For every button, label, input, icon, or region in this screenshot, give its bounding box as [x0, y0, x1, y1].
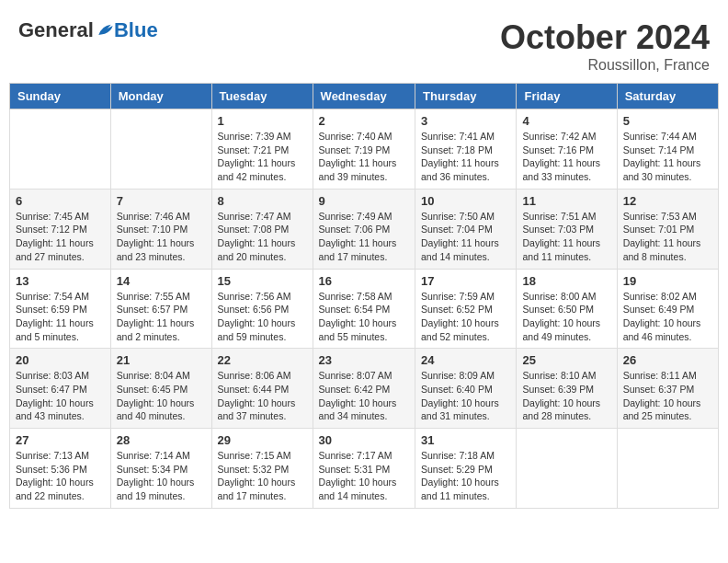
calendar-cell: 23Sunrise: 8:07 AM Sunset: 6:42 PM Dayli… — [313, 349, 415, 429]
day-number: 16 — [319, 274, 409, 288]
calendar-header-row: SundayMondayTuesdayWednesdayThursdayFrid… — [10, 84, 719, 109]
calendar-cell: 9Sunrise: 7:49 AM Sunset: 7:06 PM Daylig… — [313, 189, 415, 269]
calendar-day-header: Sunday — [10, 84, 111, 109]
day-number: 11 — [522, 194, 610, 208]
calendar-cell: 24Sunrise: 8:09 AM Sunset: 6:40 PM Dayli… — [415, 349, 517, 429]
day-number: 10 — [421, 194, 510, 208]
day-number: 2 — [319, 114, 409, 128]
logo: General Blue — [18, 18, 158, 42]
day-info: Sunrise: 7:39 AM Sunset: 7:21 PM Dayligh… — [218, 130, 307, 184]
day-number: 31 — [421, 433, 510, 447]
day-number: 1 — [218, 114, 307, 128]
day-number: 6 — [16, 194, 105, 208]
day-number: 17 — [421, 274, 510, 288]
day-info: Sunrise: 8:03 AM Sunset: 6:47 PM Dayligh… — [16, 369, 105, 423]
day-number: 9 — [319, 194, 409, 208]
day-number: 23 — [319, 353, 409, 367]
calendar-week-row: 13Sunrise: 7:54 AM Sunset: 6:59 PM Dayli… — [10, 269, 719, 349]
day-number: 5 — [623, 114, 712, 128]
calendar-cell — [617, 429, 718, 509]
calendar-cell: 8Sunrise: 7:47 AM Sunset: 7:08 PM Daylig… — [211, 189, 313, 269]
day-info: Sunrise: 7:49 AM Sunset: 7:06 PM Dayligh… — [319, 210, 409, 264]
calendar-cell — [110, 109, 211, 190]
day-number: 25 — [522, 353, 610, 367]
calendar-table: SundayMondayTuesdayWednesdayThursdayFrid… — [9, 83, 719, 509]
calendar-cell: 26Sunrise: 8:11 AM Sunset: 6:37 PM Dayli… — [617, 349, 718, 429]
day-info: Sunrise: 7:51 AM Sunset: 7:03 PM Dayligh… — [522, 210, 610, 264]
day-number: 14 — [117, 274, 206, 288]
day-number: 26 — [623, 353, 712, 367]
calendar-cell: 31Sunrise: 7:18 AM Sunset: 5:29 PM Dayli… — [415, 429, 517, 509]
day-info: Sunrise: 8:02 AM Sunset: 6:49 PM Dayligh… — [623, 290, 712, 344]
day-info: Sunrise: 8:11 AM Sunset: 6:37 PM Dayligh… — [623, 369, 712, 423]
calendar-day-header: Saturday — [617, 84, 718, 109]
calendar-cell: 14Sunrise: 7:55 AM Sunset: 6:57 PM Dayli… — [110, 269, 211, 349]
day-info: Sunrise: 7:47 AM Sunset: 7:08 PM Dayligh… — [218, 210, 307, 264]
location: Roussillon, France — [500, 57, 710, 74]
day-number: 4 — [522, 114, 610, 128]
day-info: Sunrise: 7:46 AM Sunset: 7:10 PM Dayligh… — [117, 210, 206, 264]
day-number: 12 — [623, 194, 712, 208]
calendar-cell: 12Sunrise: 7:53 AM Sunset: 7:01 PM Dayli… — [617, 189, 718, 269]
calendar-cell: 6Sunrise: 7:45 AM Sunset: 7:12 PM Daylig… — [10, 189, 111, 269]
calendar-cell: 29Sunrise: 7:15 AM Sunset: 5:32 PM Dayli… — [211, 429, 313, 509]
calendar-cell: 13Sunrise: 7:54 AM Sunset: 6:59 PM Dayli… — [10, 269, 111, 349]
day-info: Sunrise: 7:15 AM Sunset: 5:32 PM Dayligh… — [218, 449, 307, 503]
day-info: Sunrise: 7:14 AM Sunset: 5:34 PM Dayligh… — [117, 449, 206, 503]
day-info: Sunrise: 8:00 AM Sunset: 6:50 PM Dayligh… — [522, 290, 610, 344]
day-number: 27 — [16, 433, 105, 447]
calendar-cell: 18Sunrise: 8:00 AM Sunset: 6:50 PM Dayli… — [517, 269, 617, 349]
calendar-cell: 27Sunrise: 7:13 AM Sunset: 5:36 PM Dayli… — [10, 429, 111, 509]
calendar-cell: 17Sunrise: 7:59 AM Sunset: 6:52 PM Dayli… — [415, 269, 517, 349]
calendar-cell: 11Sunrise: 7:51 AM Sunset: 7:03 PM Dayli… — [517, 189, 617, 269]
day-info: Sunrise: 8:06 AM Sunset: 6:44 PM Dayligh… — [218, 369, 307, 423]
day-info: Sunrise: 7:44 AM Sunset: 7:14 PM Dayligh… — [623, 130, 712, 184]
calendar-cell: 28Sunrise: 7:14 AM Sunset: 5:34 PM Dayli… — [110, 429, 211, 509]
day-info: Sunrise: 7:45 AM Sunset: 7:12 PM Dayligh… — [16, 210, 105, 264]
calendar-day-header: Monday — [110, 84, 211, 109]
day-info: Sunrise: 7:55 AM Sunset: 6:57 PM Dayligh… — [117, 290, 206, 344]
calendar-cell: 4Sunrise: 7:42 AM Sunset: 7:16 PM Daylig… — [517, 109, 617, 190]
calendar-cell: 15Sunrise: 7:56 AM Sunset: 6:56 PM Dayli… — [211, 269, 313, 349]
day-number: 8 — [218, 194, 307, 208]
day-info: Sunrise: 7:50 AM Sunset: 7:04 PM Dayligh… — [421, 210, 510, 264]
calendar-cell: 2Sunrise: 7:40 AM Sunset: 7:19 PM Daylig… — [313, 109, 415, 190]
calendar-cell — [10, 109, 111, 190]
calendar-cell: 16Sunrise: 7:58 AM Sunset: 6:54 PM Dayli… — [313, 269, 415, 349]
day-number: 28 — [117, 433, 206, 447]
month-title: October 2024 — [500, 18, 710, 57]
logo-general: General — [18, 18, 94, 42]
logo-blue: Blue — [114, 18, 158, 42]
calendar-cell: 20Sunrise: 8:03 AM Sunset: 6:47 PM Dayli… — [10, 349, 111, 429]
calendar-day-header: Wednesday — [313, 84, 415, 109]
calendar-body: 1Sunrise: 7:39 AM Sunset: 7:21 PM Daylig… — [10, 109, 719, 509]
calendar-day-header: Thursday — [415, 84, 517, 109]
title-block: October 2024 Roussillon, France — [500, 18, 710, 74]
calendar-week-row: 1Sunrise: 7:39 AM Sunset: 7:21 PM Daylig… — [10, 109, 719, 190]
calendar-cell: 3Sunrise: 7:41 AM Sunset: 7:18 PM Daylig… — [415, 109, 517, 190]
day-info: Sunrise: 7:41 AM Sunset: 7:18 PM Dayligh… — [421, 130, 510, 184]
day-number: 22 — [218, 353, 307, 367]
day-number: 19 — [623, 274, 712, 288]
page-header: General Blue October 2024 Roussillon, Fr… — [9, 9, 719, 78]
day-number: 3 — [421, 114, 510, 128]
calendar-day-header: Friday — [517, 84, 617, 109]
day-number: 18 — [522, 274, 610, 288]
calendar-cell: 21Sunrise: 8:04 AM Sunset: 6:45 PM Dayli… — [110, 349, 211, 429]
calendar-week-row: 20Sunrise: 8:03 AM Sunset: 6:47 PM Dayli… — [10, 349, 719, 429]
calendar-cell: 7Sunrise: 7:46 AM Sunset: 7:10 PM Daylig… — [110, 189, 211, 269]
day-number: 30 — [319, 433, 409, 447]
day-info: Sunrise: 8:04 AM Sunset: 6:45 PM Dayligh… — [117, 369, 206, 423]
day-info: Sunrise: 7:40 AM Sunset: 7:19 PM Dayligh… — [319, 130, 409, 184]
day-number: 29 — [218, 433, 307, 447]
day-number: 21 — [117, 353, 206, 367]
calendar-cell: 10Sunrise: 7:50 AM Sunset: 7:04 PM Dayli… — [415, 189, 517, 269]
calendar-week-row: 6Sunrise: 7:45 AM Sunset: 7:12 PM Daylig… — [10, 189, 719, 269]
day-info: Sunrise: 7:56 AM Sunset: 6:56 PM Dayligh… — [218, 290, 307, 344]
calendar-cell: 22Sunrise: 8:06 AM Sunset: 6:44 PM Dayli… — [211, 349, 313, 429]
logo-bird-icon — [96, 22, 114, 39]
calendar-week-row: 27Sunrise: 7:13 AM Sunset: 5:36 PM Dayli… — [10, 429, 719, 509]
day-info: Sunrise: 8:07 AM Sunset: 6:42 PM Dayligh… — [319, 369, 409, 423]
day-number: 7 — [117, 194, 206, 208]
day-info: Sunrise: 7:59 AM Sunset: 6:52 PM Dayligh… — [421, 290, 510, 344]
